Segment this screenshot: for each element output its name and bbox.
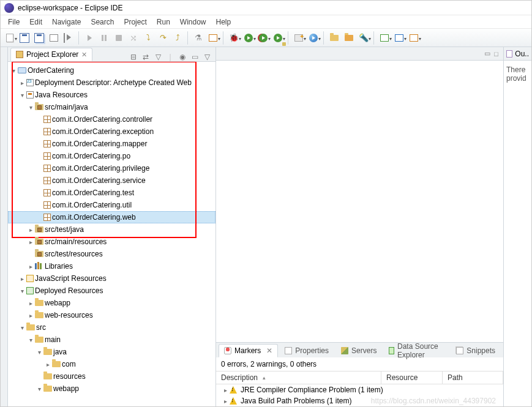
menu-edit[interactable]: Edit bbox=[24, 17, 47, 28]
col-resource[interactable]: Resource bbox=[381, 372, 443, 384]
menu-search[interactable]: Search bbox=[86, 17, 119, 28]
pause-icon bbox=[102, 35, 107, 41]
search-button[interactable]: 🔦▾ bbox=[357, 31, 370, 45]
menu-run[interactable]: Run bbox=[152, 17, 175, 28]
editor-area: ▭ □ Markers✕ Properties Servers Data Sou… bbox=[216, 47, 503, 406]
toggle-button[interactable] bbox=[47, 31, 61, 45]
package-icon bbox=[43, 177, 51, 184]
explorer-toolbar: ⊟ ⇄ ▽ | ◉ ▭ ▽ bbox=[129, 53, 213, 61]
warning-icon bbox=[230, 386, 237, 394]
tree-package: ▸com.it.OrderCatering.privilege bbox=[8, 162, 215, 174]
tab-snippets[interactable]: Snippets bbox=[451, 344, 501, 357]
tree-src-main-resources: ▸src/main/resources bbox=[8, 236, 215, 248]
properties-icon bbox=[285, 347, 292, 354]
disconnect-button[interactable]: ⤭ bbox=[127, 31, 140, 45]
tree-libraries: ▸Libraries bbox=[8, 260, 215, 272]
tab-properties[interactable]: Properties bbox=[279, 344, 334, 357]
min-button[interactable]: ▭ bbox=[190, 53, 200, 61]
link-editor-button[interactable]: ⇄ bbox=[141, 53, 151, 61]
stepinto-button[interactable]: ⤵ bbox=[141, 31, 155, 45]
left-gutter[interactable] bbox=[1, 47, 8, 406]
srcfolder-icon bbox=[35, 251, 43, 257]
launch-button[interactable]: ⚗ bbox=[192, 31, 205, 45]
tree-webresources: ▸web-resources bbox=[8, 309, 215, 321]
stop-icon bbox=[116, 35, 122, 41]
maximize-button[interactable]: □ bbox=[494, 50, 498, 58]
explorer-icon bbox=[16, 51, 23, 58]
tree-project: ▾OrderCatering bbox=[8, 64, 215, 77]
resume-button[interactable] bbox=[83, 31, 96, 45]
package-icon bbox=[43, 128, 51, 135]
menu-navigate[interactable]: Navigate bbox=[47, 17, 86, 28]
runserver-button[interactable]: ▾ bbox=[271, 31, 285, 45]
close-icon[interactable]: ✕ bbox=[266, 346, 272, 355]
skip-button[interactable] bbox=[62, 31, 75, 45]
stop-button[interactable] bbox=[112, 31, 126, 45]
explorer-tabbar: Project Explorer ✕ ⊟ ⇄ ▽ | ◉ ▭ ▽ bbox=[8, 47, 215, 62]
srcfolder-icon bbox=[35, 104, 43, 110]
minimize-button[interactable]: ▭ bbox=[484, 50, 490, 58]
dd-icon bbox=[26, 79, 34, 86]
newserver-icon: ✦ bbox=[294, 34, 303, 42]
save-all-button[interactable] bbox=[32, 31, 46, 45]
tree-webapp: ▸webapp bbox=[8, 297, 215, 309]
save-button[interactable] bbox=[18, 31, 31, 45]
rocket-icon: ⚗ bbox=[195, 33, 202, 42]
tree-deployed-resources: ▾Deployed Resources bbox=[8, 285, 215, 297]
box-icon bbox=[50, 34, 58, 42]
tree-src-main-java: ▾src/main/java bbox=[8, 101, 215, 113]
debug-button[interactable]: 🐞▾ bbox=[227, 31, 241, 45]
collapse-all-button[interactable]: ⊟ bbox=[129, 53, 138, 61]
filter-button[interactable]: ▽ bbox=[153, 53, 163, 61]
close-icon[interactable]: ✕ bbox=[81, 51, 87, 59]
wizard3-button[interactable]: ▾ bbox=[407, 31, 421, 45]
bottom-tabs: Markers✕ Properties Servers Data Source … bbox=[216, 343, 503, 357]
tree-package: ▸com.it.OrderCatering.po bbox=[8, 150, 215, 162]
newtype-button[interactable]: ▾ bbox=[307, 31, 320, 45]
open-task-button[interactable] bbox=[342, 31, 356, 45]
view-menu-button[interactable]: ▽ bbox=[202, 53, 212, 61]
stepreturn-button[interactable]: ⤴ bbox=[171, 31, 184, 45]
run-icon bbox=[244, 34, 253, 42]
outline-header[interactable]: Ou.. bbox=[504, 47, 531, 61]
markers-row[interactable]: ▸JRE Compiler Compliance Problem (1 item… bbox=[216, 384, 503, 395]
menu-help[interactable]: Help bbox=[211, 17, 236, 28]
tab-datasource[interactable]: Data Source Explorer bbox=[383, 344, 449, 357]
menu-window[interactable]: Window bbox=[175, 17, 211, 28]
menu-project[interactable]: Project bbox=[119, 17, 151, 28]
snippets-icon bbox=[456, 347, 463, 354]
pause-button[interactable] bbox=[97, 31, 111, 45]
markers-row[interactable]: ▸Java Build Path Problems (1 item) bbox=[216, 395, 503, 406]
coverage-icon bbox=[259, 34, 268, 42]
eclipse-icon bbox=[4, 3, 14, 13]
folder-icon bbox=[52, 361, 61, 367]
main-toolbar: ▾ ⤭ ⤵ ↷ ⤴ ⚗ ▾ 🐞▾ ▾ ▾ ▾ ✦▾ ▾ 🔦▾ ▾ ▾ ▾ bbox=[1, 29, 531, 47]
wizard2-button[interactable]: ▾ bbox=[392, 31, 406, 45]
outline-title: Ou.. bbox=[515, 50, 529, 58]
project-tree[interactable]: ▾OrderCatering ▸Deployment Descriptor: A… bbox=[8, 62, 215, 406]
package-icon bbox=[43, 116, 51, 123]
save-icon bbox=[20, 33, 29, 43]
tree-main: ▾main bbox=[8, 334, 215, 346]
newserver-button[interactable]: ✦▾ bbox=[292, 31, 305, 45]
bug-icon: 🐞 bbox=[229, 33, 239, 42]
new-button[interactable]: ▾ bbox=[3, 31, 17, 45]
project-explorer-view: Project Explorer ✕ ⊟ ⇄ ▽ | ◉ ▭ ▽ ▾OrderC… bbox=[8, 47, 216, 406]
menu-file[interactable]: File bbox=[3, 17, 24, 28]
tree-package: ▸com.it.OrderCatering.exception bbox=[8, 125, 215, 138]
wizard1-button[interactable]: ▾ bbox=[378, 31, 391, 45]
tree-deployment-descriptor: ▸Deployment Descriptor: Archetype Create… bbox=[8, 77, 215, 89]
tab-markers[interactable]: Markers✕ bbox=[219, 344, 278, 357]
col-description[interactable]: Description▴ bbox=[216, 372, 381, 384]
coverage-button[interactable]: ▾ bbox=[257, 31, 270, 45]
focus-button[interactable]: ◉ bbox=[178, 53, 187, 61]
open-type-button[interactable] bbox=[328, 31, 341, 45]
titlebar: eclipse-workspace - Eclipse IDE bbox=[1, 1, 531, 15]
tree-package: ▸com.it.OrderCatering.controller bbox=[8, 113, 215, 125]
run-button[interactable]: ▾ bbox=[242, 31, 255, 45]
build-button[interactable]: ▾ bbox=[206, 31, 220, 45]
tab-servers[interactable]: Servers bbox=[335, 344, 382, 357]
stepover-button[interactable]: ↷ bbox=[156, 31, 170, 45]
project-explorer-tab[interactable]: Project Explorer ✕ bbox=[10, 48, 92, 61]
col-path[interactable]: Path bbox=[443, 372, 503, 384]
